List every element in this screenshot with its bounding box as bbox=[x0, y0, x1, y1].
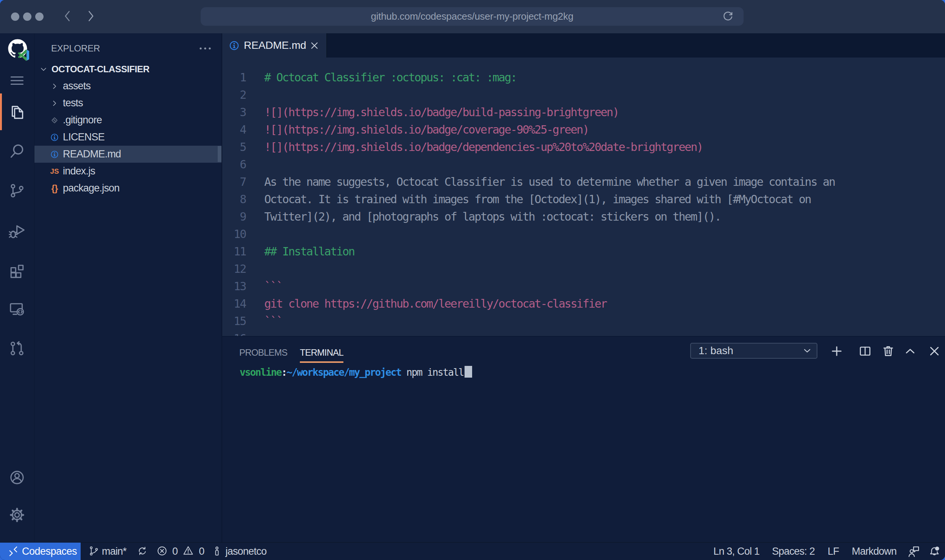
activity-search-icon[interactable] bbox=[9, 142, 25, 159]
activity-menu-icon[interactable] bbox=[9, 72, 25, 89]
activity-github-pr-icon[interactable] bbox=[9, 340, 25, 357]
url-bar[interactable]: github.com/codespaces/user-my-project-mg… bbox=[201, 7, 744, 26]
url-text: github.com/codespaces/user-my-project-mg… bbox=[371, 11, 574, 22]
problems-status[interactable]: 0 0 bbox=[157, 545, 204, 557]
panel-tab-problems[interactable]: PROBLEMS bbox=[239, 347, 287, 363]
chevron-right-icon bbox=[50, 82, 59, 91]
activity-source-control-icon[interactable] bbox=[9, 182, 25, 199]
activity-extensions-icon[interactable] bbox=[9, 263, 25, 280]
cursor-position[interactable]: Ln 3, Col 1 bbox=[713, 546, 759, 557]
code-line-5: 5![](https://img.shields.io/badge/depend… bbox=[222, 138, 945, 156]
new-terminal-icon[interactable] bbox=[830, 344, 844, 358]
workbench: EXPLORER OCTOCAT-CLASSIFIERassetstests.g… bbox=[0, 33, 945, 542]
tree-item-assets[interactable]: assets bbox=[34, 78, 221, 95]
info-icon bbox=[50, 150, 59, 159]
info-icon bbox=[50, 133, 59, 142]
code-line-15: 15``` bbox=[222, 313, 945, 330]
code-line-16: 16 bbox=[222, 330, 945, 336]
warning-count: 0 bbox=[199, 546, 204, 557]
activity-remote-explorer-icon[interactable] bbox=[9, 301, 25, 317]
bell-icon[interactable] bbox=[928, 545, 940, 557]
code-line-13: 13``` bbox=[222, 278, 945, 295]
activity-debug-icon[interactable] bbox=[9, 224, 25, 240]
code-line-3: 3![](https://img.shields.io/badge/build-… bbox=[222, 104, 945, 121]
status-bar-right: Ln 3, Col 1 Spaces: 2 LF Markdown bbox=[713, 545, 945, 558]
code-line-7: 7As the name suggests, Octocat Classifie… bbox=[222, 173, 945, 191]
terminal-shell-select[interactable]: 1: bash bbox=[690, 343, 817, 359]
language-mode[interactable]: Markdown bbox=[852, 546, 897, 557]
traffic-minimize-button[interactable] bbox=[23, 12, 31, 21]
traffic-lights bbox=[11, 12, 44, 21]
editor-tab-bar: README.md bbox=[222, 33, 945, 58]
status-bar: Codespaces main* 0 0 jasonetco Ln 3, Col… bbox=[0, 542, 945, 560]
sync-icon bbox=[137, 546, 148, 557]
panel-tab-terminal[interactable]: TERMINAL bbox=[300, 347, 343, 363]
chevron-down-icon bbox=[39, 65, 48, 74]
tree-item-index-js[interactable]: JSindex.js bbox=[34, 163, 221, 180]
close-panel-icon[interactable] bbox=[928, 344, 941, 358]
shell-select-value: 1: bash bbox=[699, 345, 733, 357]
code-line-10: 10 bbox=[222, 226, 945, 243]
activity-settings-gear-icon[interactable] bbox=[9, 507, 25, 523]
terminal-path: ~/workspace/my_project bbox=[287, 367, 401, 378]
tree-item-license[interactable]: LICENSE bbox=[34, 129, 221, 146]
eol-type[interactable]: LF bbox=[828, 546, 839, 557]
traffic-close-button[interactable] bbox=[11, 12, 19, 21]
codespaces-remote-button[interactable]: Codespaces bbox=[0, 543, 81, 560]
tree-item-tests[interactable]: tests bbox=[34, 95, 221, 112]
code-editor[interactable]: 1# Octocat Classifier :octopus: :cat: :m… bbox=[222, 58, 945, 336]
code-line-12: 12 bbox=[222, 260, 945, 278]
terminal[interactable]: vsonline:~/workspace/my_project npm inst… bbox=[240, 364, 472, 381]
code-line-11: 11## Installation bbox=[222, 243, 945, 260]
tab-readme[interactable]: README.md bbox=[222, 33, 327, 58]
tree-item--gitignore[interactable]: .gitignore bbox=[34, 112, 221, 129]
remote-icon bbox=[8, 546, 19, 557]
traffic-zoom-button[interactable] bbox=[35, 12, 44, 21]
warning-icon bbox=[183, 545, 195, 557]
activity-files-icon[interactable] bbox=[9, 104, 25, 121]
active-view-indicator bbox=[0, 93, 2, 130]
chevron-right-icon bbox=[50, 99, 59, 108]
terminal-user: vsonline bbox=[240, 367, 281, 378]
back-icon[interactable] bbox=[62, 10, 73, 22]
code-line-8: 8Octocat. It is trained with images from… bbox=[222, 191, 945, 208]
chevron-down-icon bbox=[802, 346, 812, 356]
tree-root-folder[interactable]: OCTOCAT-CLASSIFIER bbox=[34, 61, 221, 78]
split-terminal-icon[interactable] bbox=[858, 344, 872, 358]
file-tree: OCTOCAT-CLASSIFIERassetstests.gitignoreL… bbox=[34, 61, 221, 197]
kill-terminal-icon[interactable] bbox=[881, 344, 895, 358]
reload-icon[interactable] bbox=[723, 11, 734, 22]
code-line-4: 4![](https://img.shields.io/badge/covera… bbox=[222, 121, 945, 138]
indentation[interactable]: Spaces: 2 bbox=[772, 546, 815, 557]
sync-status[interactable] bbox=[137, 546, 148, 557]
code-line-1: 1# Octocat Classifier :octopus: :cat: :m… bbox=[222, 69, 945, 86]
code-line-6: 6 bbox=[222, 156, 945, 173]
explorer-sidebar: EXPLORER OCTOCAT-CLASSIFIERassetstests.g… bbox=[34, 33, 221, 542]
branch-label: main* bbox=[102, 546, 126, 557]
js-icon: JS bbox=[50, 167, 59, 176]
forward-icon[interactable] bbox=[86, 10, 96, 22]
person-icon bbox=[212, 546, 221, 557]
browser-chrome: github.com/codespaces/user-my-project-mg… bbox=[0, 0, 945, 33]
tree-item-package-json[interactable]: {}package.json bbox=[34, 180, 221, 197]
user-status[interactable]: jasonetco bbox=[212, 546, 266, 557]
code-line-14: 14git clone https://github.com/leereilly… bbox=[222, 295, 945, 313]
explorer-title: EXPLORER bbox=[51, 43, 100, 54]
terminal-command: npm install bbox=[401, 367, 463, 378]
bottom-panel: PROBLEMSTERMINAL 1: bash vsonline:~/work… bbox=[222, 336, 945, 542]
git-icon bbox=[50, 116, 59, 125]
tree-item-readme-md[interactable]: README.md bbox=[34, 146, 221, 163]
activity-bar bbox=[0, 33, 34, 542]
code-line-2: 2 bbox=[222, 86, 945, 104]
maximize-panel-icon[interactable] bbox=[903, 344, 917, 358]
code-line-9: 9Twitter](2), and [photographs of laptop… bbox=[222, 208, 945, 226]
more-actions-icon[interactable] bbox=[199, 42, 212, 52]
braces-icon: {} bbox=[50, 184, 59, 193]
sidebar-scrollbar[interactable] bbox=[218, 146, 221, 162]
browser-window: github.com/codespaces/user-my-project-mg… bbox=[0, 0, 945, 560]
branch-status[interactable]: main* bbox=[89, 546, 126, 557]
close-icon[interactable] bbox=[309, 40, 320, 51]
tab-label: README.md bbox=[244, 39, 306, 51]
activity-account-icon[interactable] bbox=[9, 469, 25, 486]
feedback-icon[interactable] bbox=[908, 545, 920, 558]
